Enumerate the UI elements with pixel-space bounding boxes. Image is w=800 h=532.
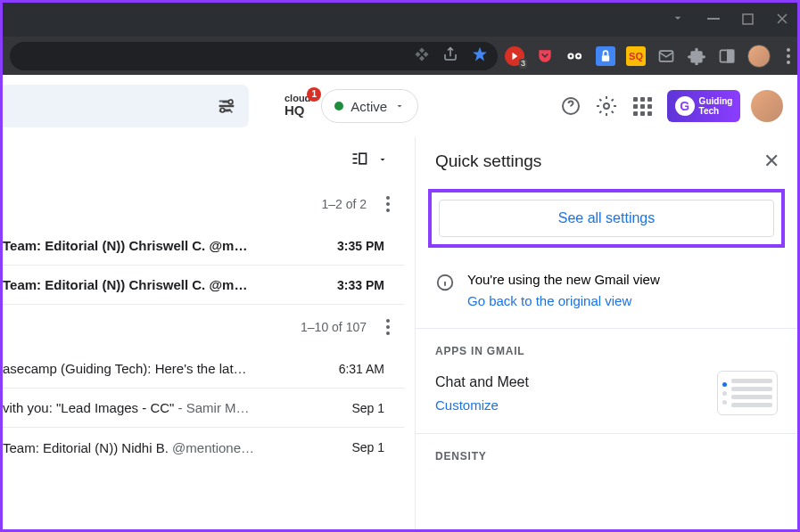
svg-point-10: [228, 100, 233, 104]
pagination-1: 1–2 of 2: [3, 182, 404, 226]
pagination-text: 1–2 of 2: [321, 197, 367, 211]
close-button[interactable]: [776, 11, 788, 29]
email-time: Sep 1: [351, 440, 384, 454]
email-subject: vith you: "Lead Images - CC" - Samir M…: [3, 400, 250, 415]
browser-menu-icon[interactable]: [787, 48, 790, 64]
account-avatar[interactable]: [751, 90, 783, 122]
email-time: 3:35 PM: [337, 239, 384, 253]
see-all-settings-button[interactable]: See all settings: [439, 200, 774, 237]
close-icon[interactable]: ✕: [763, 150, 779, 173]
status-label: Active: [351, 99, 387, 114]
chevron-down-icon[interactable]: [377, 154, 388, 165]
eyes-icon[interactable]: [565, 46, 585, 66]
email-time: Sep 1: [351, 401, 384, 415]
cloudhq-logo[interactable]: cloud HQ 1: [285, 94, 310, 119]
email-row[interactable]: Team: Editorial (N)) Nidhi B. @mentione……: [3, 428, 404, 467]
maximize-button[interactable]: [742, 11, 754, 29]
svg-point-3: [570, 54, 573, 57]
sq-extension-icon[interactable]: SQ: [626, 46, 646, 66]
email-time: 3:33 PM: [337, 278, 384, 292]
chat-meet-label: Chat and Meet: [435, 370, 529, 394]
panel-title: Quick settings: [435, 151, 541, 171]
apps-in-gmail-row: Chat and Meet Customize: [416, 366, 797, 421]
guiding-tech-badge[interactable]: G GuidingTech: [667, 90, 740, 122]
list-toolbar: [3, 137, 404, 182]
browser-toolbar: 3 SQ: [3, 37, 797, 75]
status-dropdown[interactable]: Active: [321, 89, 418, 123]
mail-list-column: 1–2 of 2 Team: Editorial (N)) Chriswell …: [3, 137, 404, 529]
section-header-density: DENSITY: [416, 434, 797, 471]
mail-extension-icon[interactable]: [656, 46, 676, 66]
svg-rect-14: [353, 153, 358, 155]
lock-extension-icon[interactable]: [596, 46, 615, 66]
svg-point-5: [577, 54, 580, 57]
sidepanel-icon[interactable]: [717, 46, 737, 66]
svg-rect-0: [707, 18, 720, 20]
svg-rect-9: [728, 50, 734, 61]
info-text: You're using the new Gmail view: [467, 269, 660, 291]
star-icon[interactable]: [471, 45, 489, 67]
info-icon: [435, 273, 455, 292]
revert-view-link[interactable]: Go back to the original view: [467, 291, 660, 312]
pagination-text: 1–10 of 107: [301, 320, 367, 334]
email-row[interactable]: Team: Editorial (N)) Chriswell C. @m… 3:…: [3, 266, 404, 305]
svg-rect-15: [353, 158, 358, 160]
svg-rect-16: [353, 162, 358, 164]
minimize-button[interactable]: [707, 11, 720, 29]
pagination-2: 1–10 of 107: [3, 305, 404, 349]
customize-link[interactable]: Customize: [435, 394, 529, 417]
diamond-icon[interactable]: [414, 46, 430, 66]
more-menu-icon[interactable]: [379, 312, 397, 342]
url-bar[interactable]: [10, 42, 498, 70]
settings-gear-icon[interactable]: [589, 88, 624, 124]
email-row[interactable]: Team: Editorial (N)) Chriswell C. @m… 3:…: [3, 226, 404, 266]
email-row[interactable]: asecamp (Guiding Tech): Here's the lat… …: [3, 349, 404, 389]
svg-point-13: [604, 103, 609, 109]
content-area: 1–2 of 2 Team: Editorial (N)) Chriswell …: [3, 137, 797, 529]
extensions-puzzle-icon[interactable]: [687, 46, 706, 66]
google-apps-icon[interactable]: [624, 88, 660, 124]
more-menu-icon[interactable]: [379, 189, 397, 219]
email-subject: Team: Editorial (N)) Chriswell C. @m…: [3, 238, 247, 253]
email-subject: Team: Editorial (N)) Chriswell C. @m…: [3, 277, 247, 292]
svg-point-11: [220, 108, 225, 112]
adblock-icon[interactable]: 3: [505, 46, 524, 66]
chevron-down-icon[interactable]: [671, 11, 685, 29]
svg-rect-6: [602, 55, 609, 61]
quick-settings-panel: Quick settings ✕ See all settings You're…: [415, 137, 797, 529]
window-titlebar: [3, 3, 797, 37]
section-header-apps: APPS IN GMAIL: [416, 329, 797, 366]
email-time: 6:31 AM: [339, 362, 384, 376]
email-subject: asecamp (Guiding Tech): Here's the lat…: [3, 361, 247, 376]
active-status-dot: [334, 102, 343, 110]
info-box: You're using the new Gmail view Go back …: [416, 260, 797, 329]
pocket-icon[interactable]: [535, 46, 555, 66]
share-icon[interactable]: [442, 46, 458, 66]
support-icon[interactable]: [553, 88, 589, 124]
email-row[interactable]: vith you: "Lead Images - CC" - Samir M… …: [3, 389, 404, 428]
email-subject: Team: Editorial (N)) Nidhi B. @mentione…: [3, 440, 254, 455]
svg-rect-1: [743, 14, 753, 24]
see-all-highlight: See all settings: [428, 189, 785, 248]
split-pane-icon[interactable]: [351, 150, 368, 170]
gmail-header: cloud HQ 1 Active G GuidingTech: [3, 75, 797, 137]
search-options-button[interactable]: [0, 85, 249, 127]
extensions-row: 3 SQ: [505, 45, 790, 68]
chevron-down-icon: [394, 101, 405, 111]
svg-rect-17: [359, 153, 367, 164]
layout-preview-icon[interactable]: [717, 371, 778, 415]
profile-avatar-icon[interactable]: [747, 45, 771, 68]
